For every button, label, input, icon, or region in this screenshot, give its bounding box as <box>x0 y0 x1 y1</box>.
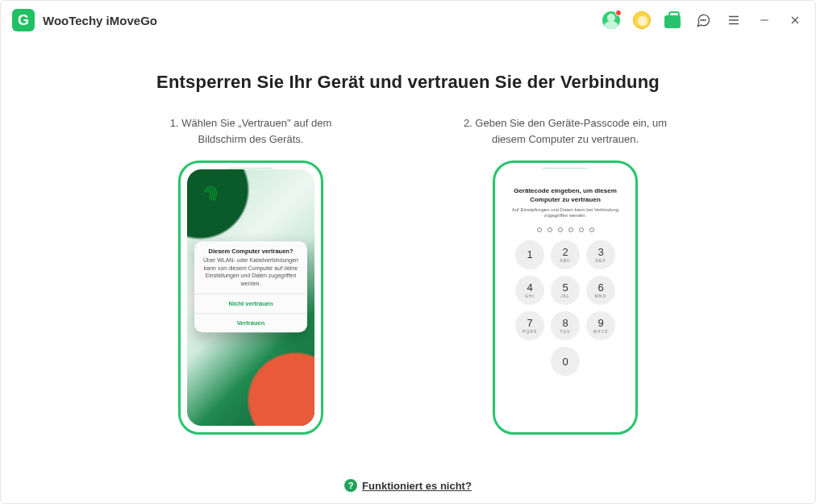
trust-dialog-allow-button: Vertrauen <box>194 313 307 332</box>
key-9: 9WXYZ <box>586 311 615 340</box>
app-title: WooTechy iMoveGo <box>43 14 157 27</box>
key-7: 7PQRS <box>515 311 544 340</box>
page-title: Entsperren Sie Ihr Gerät und vertrauen S… <box>156 72 660 93</box>
key-4: 4GHI <box>515 276 544 305</box>
phone-illustration-trust: Diesem Computer vertrauen? Über WLAN- od… <box>178 160 323 435</box>
fingerprint-icon <box>198 181 223 205</box>
titlebar: G WooTechy iMoveGo <box>1 1 815 40</box>
trust-dialog-title: Diesem Computer vertrauen? <box>194 242 307 257</box>
step-1: 1. Wählen Sie „Vertrauen" auf dem Bildsc… <box>146 115 356 435</box>
instruction-columns: 1. Wählen Sie „Vertrauen" auf dem Bildsc… <box>146 115 670 435</box>
chat-bubble-icon[interactable] <box>694 11 712 29</box>
key-1: 1 <box>515 240 544 269</box>
shopping-bag-icon[interactable] <box>664 11 681 29</box>
svg-point-0 <box>701 20 702 21</box>
trust-dialog-deny-button: Nicht vertrauen <box>194 294 307 313</box>
minimize-button[interactable] <box>756 11 773 29</box>
main-content: Entsperren Sie Ihr Gerät und vertrauen S… <box>1 40 815 503</box>
user-icon[interactable] <box>602 11 620 29</box>
app-window: G WooTechy iMoveGo Entsperren Sie Ihr <box>0 0 816 504</box>
svg-point-2 <box>705 20 706 21</box>
key-6: 6MNO <box>586 276 615 305</box>
key-0: 0 <box>551 347 580 376</box>
step-2: 2. Geben Sie den Geräte-Passcode ein, um… <box>460 115 670 435</box>
key-3: 3DEF <box>586 240 615 269</box>
trust-dialog: Diesem Computer vertrauen? Über WLAN- od… <box>194 242 307 333</box>
passcode-title: Gerätecode eingeben, um diesem Computer … <box>510 187 621 205</box>
coin-icon[interactable] <box>633 11 651 29</box>
titlebar-actions <box>602 11 804 29</box>
key-8: 8TUV <box>551 311 580 340</box>
step-2-text: 2. Geben Sie den Geräte-Passcode ein, um… <box>460 115 670 148</box>
key-2: 2ABC <box>551 240 580 269</box>
key-5: 5JKL <box>551 276 580 305</box>
passcode-dots <box>537 227 594 232</box>
menu-icon[interactable] <box>725 11 743 29</box>
footer-help: ? Funktioniert es nicht? <box>1 479 815 492</box>
trust-dialog-body: Über WLAN- oder Kabelverbindungen kann v… <box>194 257 307 294</box>
svg-point-1 <box>703 20 704 21</box>
app-logo: G <box>12 9 35 31</box>
passcode-subtitle: Auf Einstellungen und Daten kann bei Ver… <box>510 207 621 220</box>
phone-illustration-passcode: Gerätecode eingeben, um diesem Computer … <box>493 160 638 435</box>
help-icon: ? <box>344 479 357 492</box>
help-link[interactable]: Funktioniert es nicht? <box>362 480 472 492</box>
passcode-keypad: 1 2ABC 3DEF 4GHI 5JKL 6MNO 7PQRS 8TUV 9W… <box>515 240 615 376</box>
step-1-text: 1. Wählen Sie „Vertrauen" auf dem Bildsc… <box>146 115 356 148</box>
close-button[interactable] <box>786 11 804 29</box>
